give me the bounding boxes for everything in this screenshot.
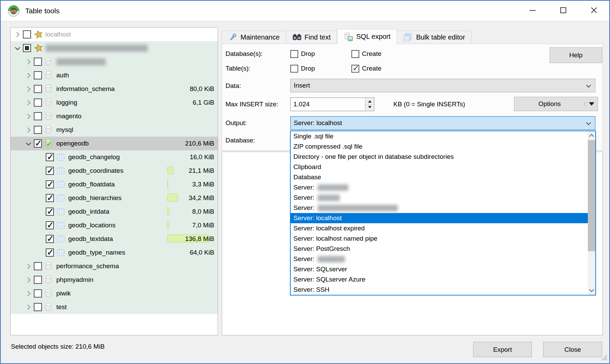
expand-arrow-icon[interactable] xyxy=(24,74,32,77)
expand-arrow-icon[interactable] xyxy=(24,264,32,268)
dropdown-item[interactable]: Server: localhost expired xyxy=(291,223,588,233)
dropdown-item[interactable]: Server: xyxy=(291,182,588,193)
databases-create-option[interactable]: Create xyxy=(351,49,381,59)
expand-arrow-icon[interactable] xyxy=(24,115,32,118)
expand-arrow-icon[interactable] xyxy=(24,128,32,132)
tree-checkbox[interactable] xyxy=(46,167,54,175)
dropdown-item[interactable]: Server: SQLserver Azure xyxy=(291,274,588,285)
scroll-down-icon[interactable] xyxy=(588,286,595,295)
dropdown-item[interactable]: Server: SQLserver xyxy=(291,264,588,274)
tree-checkbox[interactable] xyxy=(34,58,42,66)
options-dropdown-arrow-icon[interactable] xyxy=(585,102,598,106)
data-combobox[interactable]: Insert xyxy=(290,79,595,92)
scrollbar-thumb[interactable] xyxy=(588,140,595,251)
resize-grip[interactable] xyxy=(600,353,607,362)
dropdown-item[interactable]: Server: xyxy=(291,254,588,264)
dropdown-item[interactable]: ZIP compressed .sql file xyxy=(291,141,588,152)
dropdown-item[interactable]: Server: xyxy=(291,203,588,213)
max-insert-size-input[interactable]: 1.024 xyxy=(290,97,374,111)
tables-create-checkbox[interactable] xyxy=(351,65,359,73)
tree-checkbox[interactable] xyxy=(46,235,54,243)
tree-row[interactable]: magento xyxy=(11,109,218,123)
help-button[interactable]: Help xyxy=(550,47,602,63)
tree-checkbox[interactable] xyxy=(34,112,42,120)
dropdown-item[interactable]: Server: localhost named pipe xyxy=(291,233,588,244)
expand-arrow-icon[interactable] xyxy=(24,305,32,309)
tree-row[interactable]: geodb_textdata 136,8 MiB xyxy=(11,232,218,246)
databases-create-checkbox[interactable] xyxy=(351,50,359,58)
dropdown-item[interactable]: Clipboard xyxy=(291,162,588,172)
tree-checkbox[interactable] xyxy=(34,276,42,284)
dropdown-item[interactable]: Server: localhost xyxy=(291,213,588,223)
tree-row[interactable]: geodb_intdata 8,0 MiB xyxy=(11,205,218,218)
tree-row[interactable] xyxy=(11,55,218,69)
tables-create-option[interactable]: Create xyxy=(351,63,381,74)
database-object-tree[interactable]: localhost auth xyxy=(10,27,218,335)
tree-row[interactable]: geodb_hierarchies 34,2 MiB xyxy=(11,191,218,205)
tree-row[interactable]: geodb_floatdata 3,3 MiB xyxy=(11,178,218,191)
tree-checkbox[interactable] xyxy=(34,303,42,311)
dropdown-scrollbar[interactable] xyxy=(588,131,595,295)
dropdown-item[interactable]: Server: xyxy=(291,193,588,203)
tree-checkbox[interactable] xyxy=(23,44,31,52)
tree-checkbox[interactable] xyxy=(34,126,42,134)
tree-row[interactable]: test xyxy=(11,300,218,314)
tree-checkbox[interactable] xyxy=(46,208,54,216)
tree-row[interactable]: phpmyadmin xyxy=(11,273,218,287)
expand-arrow-icon[interactable] xyxy=(24,60,32,64)
tab-find-text[interactable]: Find text xyxy=(286,31,337,44)
tree-row[interactable]: piwik xyxy=(11,287,218,300)
spin-down-button[interactable] xyxy=(365,105,374,111)
expand-arrow-icon[interactable] xyxy=(24,87,32,91)
tree-row[interactable]: geodb_changelog 16,0 KiB xyxy=(11,150,218,164)
tree-row[interactable]: geodb_type_names 64,0 KiB xyxy=(11,246,218,259)
tree-checkbox[interactable] xyxy=(23,30,31,39)
dropdown-item[interactable]: Single .sql file xyxy=(291,131,588,141)
tree-row[interactable]: geodb_locations 7,0 MiB xyxy=(11,218,218,232)
tree-row[interactable]: geodb_coordinates 21,1 MiB xyxy=(11,164,218,178)
dropdown-item[interactable]: Database xyxy=(291,172,588,182)
expand-arrow-icon[interactable] xyxy=(24,142,32,145)
close-button[interactable] xyxy=(579,1,609,20)
databases-drop-checkbox[interactable] xyxy=(290,50,298,58)
minimize-button[interactable] xyxy=(517,1,548,20)
tree-checkbox[interactable] xyxy=(46,248,54,257)
options-split-button[interactable]: Options xyxy=(514,97,598,111)
expand-arrow-icon[interactable] xyxy=(13,47,21,49)
tree-checkbox[interactable] xyxy=(34,98,42,107)
tree-row[interactable]: localhost xyxy=(11,28,218,41)
tree-row[interactable]: performance_schema xyxy=(11,259,218,273)
tables-drop-option[interactable]: Drop xyxy=(290,63,315,74)
tab-maintenance[interactable]: Maintenance xyxy=(222,31,286,44)
databases-drop-option[interactable]: Drop xyxy=(290,49,315,59)
tree-checkbox[interactable] xyxy=(34,262,42,270)
tree-checkbox[interactable] xyxy=(46,180,54,188)
tree-checkbox[interactable] xyxy=(46,153,54,161)
tab-bulk-table-editor[interactable]: Bulk table editor xyxy=(397,31,471,44)
output-combobox[interactable]: Server: localhost xyxy=(290,116,595,130)
tree-row[interactable]: auth xyxy=(11,69,218,82)
tables-drop-checkbox[interactable] xyxy=(290,65,298,73)
close-button[interactable]: Close xyxy=(543,342,602,357)
tree-row[interactable]: mysql xyxy=(11,123,218,137)
dropdown-item[interactable]: Server: PostGresch xyxy=(291,244,588,254)
export-button[interactable]: Export xyxy=(473,342,532,357)
dropdown-item[interactable]: Directory - one file per object in datab… xyxy=(291,152,588,162)
tree-row[interactable]: information_schema 80,0 KiB xyxy=(11,82,218,96)
tree-checkbox[interactable] xyxy=(34,71,42,79)
tree-checkbox[interactable] xyxy=(46,194,54,202)
tab-sql-export[interactable]: SQL export xyxy=(337,29,397,44)
tree-checkbox[interactable] xyxy=(46,221,54,229)
tree-checkbox[interactable] xyxy=(34,289,42,298)
options-button[interactable]: Options xyxy=(514,100,585,108)
spin-up-button[interactable] xyxy=(365,98,374,105)
expand-arrow-icon[interactable] xyxy=(24,292,32,295)
expand-arrow-icon[interactable] xyxy=(24,278,32,282)
dropdown-item[interactable]: Server: SSH xyxy=(291,285,588,295)
tree-row[interactable] xyxy=(11,41,218,55)
scroll-up-icon[interactable] xyxy=(588,131,595,140)
expand-arrow-icon[interactable] xyxy=(24,101,32,105)
maximize-button[interactable] xyxy=(548,1,579,20)
tree-row[interactable]: opengeodb 210,6 MiB xyxy=(11,137,218,150)
tree-row[interactable]: logging 6,1 GiB xyxy=(11,96,218,109)
